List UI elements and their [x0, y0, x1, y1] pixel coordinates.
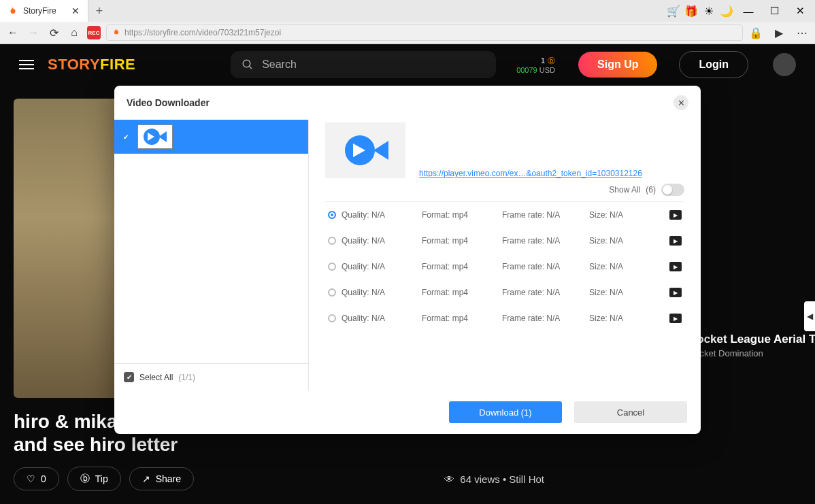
radio-icon[interactable]: [328, 314, 336, 322]
source-item[interactable]: ✔: [114, 120, 308, 154]
play-icon[interactable]: ▶: [669, 314, 682, 323]
avatar[interactable]: [773, 53, 796, 76]
show-all-count: (6): [646, 185, 656, 195]
quality-cell: Quality: N/A: [342, 314, 416, 323]
browser-tab[interactable]: StoryFire ✕: [0, 0, 88, 22]
gift-icon[interactable]: 🎁: [686, 5, 697, 16]
new-tab-button[interactable]: +: [88, 0, 110, 22]
detail-url[interactable]: https://player.vimeo.com/ex…&oauth2_toke…: [419, 169, 642, 178]
select-all-count: (1/1): [178, 373, 195, 382]
framerate-cell: Frame rate: N/A: [502, 236, 584, 246]
quality-cell: Quality: N/A: [342, 288, 416, 297]
radio-icon[interactable]: [328, 211, 336, 219]
format-cell: Format: mp4: [422, 288, 497, 297]
detail-thumb: [325, 122, 405, 178]
size-cell: Size: N/A: [589, 210, 644, 220]
quality-cell: Quality: N/A: [342, 236, 416, 246]
flame-icon: [112, 28, 120, 38]
framerate-cell: Frame rate: N/A: [502, 314, 584, 323]
url-input[interactable]: https://storyfire.com/video/703zl21m57je…: [106, 24, 743, 41]
show-all-label: Show All: [609, 185, 640, 195]
forward-button[interactable]: →: [26, 25, 41, 40]
size-cell: Size: N/A: [589, 288, 644, 297]
reload-button[interactable]: ⟳: [46, 25, 61, 40]
stat-wood: 00079: [516, 66, 537, 74]
side-tab-handle[interactable]: ◀: [804, 301, 815, 331]
source-list: ✔ ✔ Select All (1/1): [114, 120, 309, 390]
size-cell: Size: N/A: [589, 262, 644, 271]
like-button[interactable]: ♡ 0: [14, 467, 59, 490]
related-title: Rocket League Aerial T…: [688, 333, 815, 346]
format-cell: Format: mp4: [422, 210, 497, 220]
search-placeholder: Search: [262, 58, 297, 71]
stat-top: 1: [541, 56, 545, 65]
share-button[interactable]: ↗ Share: [129, 467, 194, 490]
home-button[interactable]: ⌂: [67, 25, 82, 40]
framerate-cell: Frame rate: N/A: [502, 288, 584, 297]
modal-close-button[interactable]: ✕: [673, 95, 688, 110]
signup-button[interactable]: Sign Up: [578, 52, 657, 78]
site-header: STORYFIRE Search 1 ⓑ 00079 USD Sign Up L…: [0, 44, 815, 85]
login-button[interactable]: Login: [679, 51, 748, 78]
coin-icon: ⓑ: [80, 473, 90, 485]
like-count: 0: [41, 473, 46, 484]
format-cell: Format: mp4: [422, 262, 497, 271]
search-icon: [242, 58, 254, 71]
url-text: https://storyfire.com/video/703zl21m57je…: [124, 28, 281, 37]
quality-cell: Quality: N/A: [342, 210, 416, 220]
play-icon[interactable]: ▶: [669, 236, 682, 246]
size-cell: Size: N/A: [589, 314, 644, 323]
play-icon[interactable]: ▶: [669, 262, 682, 271]
browser-chrome: StoryFire ✕ + 🛒 🎁 ☀ 🌙 — ☐ ✕ ← → ⟳ ⌂ REC …: [0, 0, 815, 44]
record-button[interactable]: REC: [87, 26, 101, 39]
sun-icon[interactable]: ☀: [703, 5, 714, 16]
lock-icon[interactable]: 🔒: [748, 25, 763, 40]
cart-icon[interactable]: 🛒: [668, 5, 679, 16]
logo-fire: FIRE: [100, 56, 135, 73]
video-icon[interactable]: ▶: [771, 25, 786, 40]
menu-icon[interactable]: ⋯: [795, 25, 810, 40]
cancel-button[interactable]: Cancel: [574, 401, 687, 423]
quality-cell: Quality: N/A: [342, 262, 416, 271]
share-icon: ↗: [142, 473, 150, 484]
download-button[interactable]: Download (1): [449, 401, 562, 423]
detail-panel: https://player.vimeo.com/ex…&oauth2_toke…: [309, 120, 701, 390]
quality-row[interactable]: Quality: N/AFormat: mp4Frame rate: N/ASi…: [325, 228, 684, 254]
site-logo[interactable]: STORYFIRE: [48, 56, 135, 73]
minimize-button[interactable]: —: [739, 1, 758, 20]
source-thumb: [137, 124, 173, 149]
quality-row[interactable]: Quality: N/AFormat: mp4Frame rate: N/ASi…: [325, 254, 684, 280]
eye-icon: 👁: [444, 473, 454, 485]
checkbox-icon[interactable]: ✔: [124, 372, 134, 382]
coin-icon: ⓑ: [548, 56, 555, 66]
quality-row[interactable]: Quality: N/AFormat: mp4Frame rate: N/ASi…: [325, 305, 684, 331]
url-bar: ← → ⟳ ⌂ REC https://storyfire.com/video/…: [0, 22, 815, 44]
heart-icon: ♡: [27, 473, 35, 484]
show-all-toggle[interactable]: [661, 184, 684, 196]
play-icon[interactable]: ▶: [669, 288, 682, 297]
quality-row[interactable]: Quality: N/AFormat: mp4Frame rate: N/ASi…: [325, 280, 684, 305]
tab-bar: StoryFire ✕ + 🛒 🎁 ☀ 🌙 — ☐ ✕: [0, 0, 815, 22]
play-icon[interactable]: ▶: [669, 210, 682, 220]
currency-stats[interactable]: 1 ⓑ 00079 USD: [516, 56, 555, 74]
close-button[interactable]: ✕: [791, 1, 810, 20]
quality-row[interactable]: Quality: N/AFormat: mp4Frame rate: N/ASi…: [325, 202, 684, 228]
moon-icon[interactable]: 🌙: [721, 5, 732, 16]
radio-icon[interactable]: [328, 263, 336, 271]
close-icon[interactable]: ✕: [71, 5, 80, 16]
maximize-button[interactable]: ☐: [765, 1, 784, 20]
svg-line-1: [249, 66, 252, 69]
radio-icon[interactable]: [328, 237, 336, 245]
back-button[interactable]: ←: [5, 25, 20, 40]
hamburger-menu[interactable]: [19, 60, 34, 69]
select-all-label: Select All: [139, 373, 173, 382]
tip-button[interactable]: ⓑ Tip: [67, 467, 121, 491]
search-input[interactable]: Search: [231, 51, 496, 78]
radio-icon[interactable]: [328, 288, 336, 297]
format-cell: Format: mp4: [422, 236, 497, 246]
svg-point-0: [243, 60, 250, 67]
select-all-row[interactable]: ✔ Select All (1/1): [114, 363, 308, 390]
video-downloader-modal: Video Downloader ✕ ✔ ✔ Select All (1/1): [114, 86, 701, 434]
tab-title: StoryFire: [23, 6, 66, 16]
modal-title: Video Downloader: [127, 97, 210, 108]
